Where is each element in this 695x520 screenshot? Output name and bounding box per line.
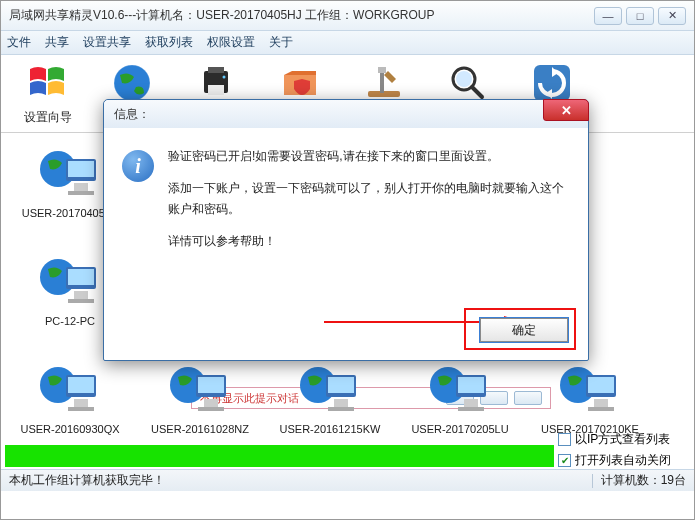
computer-globe-icon: [38, 253, 102, 309]
menu-share-settings[interactable]: 设置共享: [83, 34, 131, 51]
option-ip-view[interactable]: 以IP方式查看列表: [558, 431, 688, 448]
svg-rect-20: [74, 291, 88, 299]
menubar: 文件 共享 设置共享 获取列表 权限设置 关于: [1, 31, 694, 55]
menu-about[interactable]: 关于: [269, 34, 293, 51]
status-left: 本机工作组计算机获取完毕！: [9, 472, 165, 489]
window-titlebar: 局域网共享精灵V10.6---计算机名：USER-20170405HJ 工作组：…: [1, 1, 694, 31]
svg-rect-34: [328, 377, 354, 393]
window-buttons: — □ ✕: [594, 7, 686, 25]
ok-button[interactable]: 确定: [480, 318, 568, 342]
computer-globe-icon: [298, 361, 362, 417]
svg-rect-15: [74, 183, 88, 191]
close-button[interactable]: ✕: [658, 7, 686, 25]
option-auto-close[interactable]: ✔ 打开列表自动关闭: [558, 452, 688, 469]
tool-wizard[interactable]: 设置向导: [7, 61, 89, 126]
svg-rect-40: [464, 399, 478, 407]
dialog-titlebar: 信息： ✕: [104, 100, 588, 128]
computer-globe-icon: [168, 361, 232, 417]
svg-rect-39: [458, 377, 484, 393]
maximize-button[interactable]: □: [626, 7, 654, 25]
dialog-title: 信息：: [114, 106, 150, 123]
hidden-strip: 不再显示此提示对话: [191, 387, 551, 409]
svg-rect-25: [74, 399, 88, 407]
minimize-button[interactable]: —: [594, 7, 622, 25]
svg-rect-45: [594, 399, 608, 407]
checkbox-checked-icon: ✔: [558, 454, 571, 467]
option-label: 打开列表自动关闭: [575, 452, 671, 469]
menu-file[interactable]: 文件: [7, 34, 31, 51]
svg-rect-44: [588, 377, 614, 393]
computer-label: PC-12-PC: [45, 315, 95, 327]
computer-label: USER-20160930QX: [20, 423, 119, 435]
dialog-message: 验证密码已开启!如需要设置密码,请在接下来的窗口里面设置。 添加一下账户，设置一…: [168, 146, 570, 264]
svg-rect-19: [68, 269, 94, 285]
svg-point-5: [223, 76, 226, 79]
computer-label: USER-20161215KW: [280, 423, 381, 435]
svg-rect-4: [208, 85, 224, 95]
svg-rect-3: [208, 67, 224, 73]
svg-rect-24: [68, 377, 94, 393]
info-icon: i: [122, 150, 154, 182]
svg-rect-36: [328, 407, 354, 411]
computer-globe-icon: [558, 361, 622, 417]
svg-rect-31: [198, 407, 224, 411]
computer-globe-icon: [38, 145, 102, 201]
dialog-line3: 详情可以参考帮助！: [168, 231, 570, 251]
options-panel: 以IP方式查看列表 ✔ 打开列表自动关闭: [558, 431, 688, 469]
computer-globe-icon: [38, 361, 102, 417]
option-label: 以IP方式查看列表: [575, 431, 670, 448]
menu-permissions[interactable]: 权限设置: [207, 34, 255, 51]
window-title: 局域网共享精灵V10.6---计算机名：USER-20170405HJ 工作组：…: [9, 7, 594, 24]
checkbox-icon: [558, 433, 571, 446]
svg-line-10: [472, 87, 482, 97]
menu-get-list[interactable]: 获取列表: [145, 34, 193, 51]
svg-rect-29: [198, 377, 224, 393]
svg-rect-30: [204, 399, 218, 407]
statusbar: 本机工作组计算机获取完毕！ 计算机数：19台: [1, 469, 694, 491]
svg-rect-46: [588, 407, 614, 411]
computer-globe-icon: [428, 361, 492, 417]
svg-rect-16: [68, 191, 94, 195]
svg-rect-35: [334, 399, 348, 407]
svg-rect-26: [68, 407, 94, 411]
windows-flag-icon: [26, 61, 70, 105]
svg-rect-41: [458, 407, 484, 411]
menu-share[interactable]: 共享: [45, 34, 69, 51]
info-dialog: 信息： ✕ i 验证密码已开启!如需要设置密码,请在接下来的窗口里面设置。 添加…: [103, 99, 589, 361]
tool-label: 设置向导: [24, 109, 72, 126]
svg-rect-21: [68, 299, 94, 303]
progress-bar: [5, 445, 554, 467]
computer-label: USER-20170205LU: [411, 423, 508, 435]
svg-rect-14: [68, 161, 94, 177]
dialog-line2: 添加一下账户，设置一下密码就可以了，别人打开你的电脑时就要输入这个账户和密码。: [168, 178, 570, 219]
status-right: 计算机数：19台: [601, 472, 686, 489]
computer-label: USER-20161028NZ: [151, 423, 249, 435]
dialog-line1: 验证密码已开启!如需要设置密码,请在接下来的窗口里面设置。: [168, 146, 570, 166]
svg-point-9: [456, 71, 472, 87]
dialog-close-button[interactable]: ✕: [543, 99, 589, 121]
